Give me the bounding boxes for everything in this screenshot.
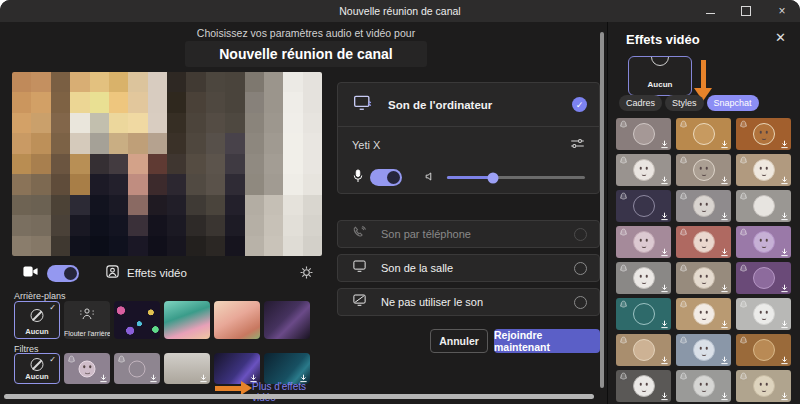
filter-tile[interactable]: [114, 353, 160, 384]
none-circle-icon: [31, 358, 44, 371]
snapchat-filter-tile[interactable]: [676, 226, 731, 258]
filters-row: ✓Aucun: [14, 353, 310, 384]
no-sound-radio[interactable]: [574, 296, 587, 309]
snapchat-filter-tile[interactable]: [616, 334, 671, 366]
camera-toggle[interactable]: [47, 265, 79, 282]
snapchat-filter-tile[interactable]: [676, 298, 731, 330]
snapchat-filter-tile[interactable]: [736, 226, 791, 258]
gear-icon[interactable]: [299, 265, 314, 284]
computer-audio-card[interactable]: Son de l'ordinateur ✓ Yeti X: [337, 82, 600, 194]
volume-slider-handle[interactable]: [487, 172, 498, 183]
selected-check-icon: ✓: [49, 355, 56, 364]
filter-tile[interactable]: [264, 353, 310, 384]
snapchat-filter-tile[interactable]: [736, 370, 791, 402]
video-effects-panel: Effets vidéo ✕ Aucun CadresStylesSnapcha…: [607, 22, 800, 404]
snapchat-filter-tile[interactable]: [676, 190, 731, 222]
room-sound-label: Son de la salle: [381, 262, 453, 274]
no-audio-card[interactable]: Ne pas utiliser le son: [337, 288, 600, 316]
device-settings-icon[interactable]: [570, 136, 585, 154]
blur-person-icon: [79, 306, 95, 324]
none-option-tile[interactable]: ✓Aucun: [14, 301, 60, 339]
effects-tabs: CadresStylesSnapchat: [619, 95, 759, 111]
snapchat-filter-tile[interactable]: [616, 262, 671, 294]
room-sound-icon: [352, 259, 367, 277]
background-image-tile[interactable]: [114, 301, 160, 339]
snapchat-effects-grid: [616, 118, 794, 402]
effects-none-tile[interactable]: Aucun: [628, 56, 692, 96]
snapchat-filter-tile[interactable]: [676, 334, 731, 366]
video-effects-icon: [105, 264, 120, 283]
snapchat-filter-tile[interactable]: [736, 118, 791, 150]
video-preview: [12, 72, 322, 256]
snapchat-filter-tile[interactable]: [736, 334, 791, 366]
snapchat-filter-tile[interactable]: [736, 262, 791, 294]
window-controls: ×: [704, 0, 788, 22]
more-video-effects-link[interactable]: Plus d'effets vidéo: [252, 381, 312, 403]
minimize-icon[interactable]: [704, 5, 716, 17]
snapchat-filter-tile[interactable]: [676, 262, 731, 294]
filter-tile[interactable]: [64, 353, 110, 384]
computer-sound-label: Son de l'ordinateur: [388, 99, 492, 111]
filter-tile[interactable]: [214, 353, 260, 384]
room-sound-radio[interactable]: [574, 262, 587, 275]
video-effects-label: Effets vidéo: [127, 267, 187, 279]
snapchat-filter-tile[interactable]: [736, 154, 791, 186]
close-panel-icon[interactable]: ✕: [775, 30, 786, 45]
backgrounds-section-label: Arrière-plans: [14, 291, 66, 301]
snapchat-filter-tile[interactable]: [616, 154, 671, 186]
teams-prejoin-window: Nouvelle réunion de canal × Choisissez v…: [0, 0, 800, 404]
effects-tab-cadres[interactable]: Cadres: [619, 95, 662, 111]
join-now-button[interactable]: Rejoindre maintenant: [494, 329, 600, 353]
annotation-arrow-right-icon: [215, 386, 241, 391]
phone-sound-label: Son par téléphone: [381, 228, 471, 240]
filter-tile[interactable]: [164, 353, 210, 384]
snapchat-filter-tile[interactable]: [616, 226, 671, 258]
window-title: Nouvelle réunion de canal: [339, 5, 460, 17]
effects-tab-styles[interactable]: Styles: [665, 95, 704, 111]
background-image-tile[interactable]: [214, 301, 260, 339]
selected-check-icon: ✓: [49, 303, 56, 312]
prejoin-title: Nouvelle réunion de canal: [0, 41, 612, 67]
phone-audio-card: Son par téléphone: [337, 220, 600, 248]
annotation-arrow-down-icon: [701, 60, 706, 88]
phone-sound-radio: [574, 228, 587, 241]
none-circle-icon: [651, 56, 669, 66]
no-sound-label: Ne pas utiliser le son: [381, 296, 483, 308]
snapchat-filter-tile[interactable]: [676, 370, 731, 402]
none-circle-icon: [31, 309, 44, 322]
camera-icon: [22, 263, 39, 284]
room-audio-card[interactable]: Son de la salle: [337, 254, 600, 282]
audio-device-name: Yeti X: [352, 139, 380, 151]
horizontal-scrollbar[interactable]: [4, 394, 594, 399]
microphone-toggle[interactable]: [370, 169, 402, 186]
titlebar: Nouvelle réunion de canal ×: [0, 0, 800, 22]
snapchat-filter-tile[interactable]: [676, 154, 731, 186]
snapchat-filter-tile[interactable]: [736, 298, 791, 330]
prejoin-subtitle: Choisissez vos paramètres audio et vidéo…: [0, 27, 612, 39]
cancel-button[interactable]: Annuler: [430, 329, 488, 353]
main-region: Choisissez vos paramètres audio et vidéo…: [0, 22, 607, 404]
snapchat-filter-tile[interactable]: [676, 118, 731, 150]
snapchat-filter-tile[interactable]: [616, 118, 671, 150]
computer-sound-selected-icon[interactable]: ✓: [572, 97, 587, 112]
no-sound-icon: [352, 293, 367, 311]
maximize-icon[interactable]: [740, 5, 752, 17]
computer-sound-icon: [352, 93, 374, 117]
snapchat-filter-tile[interactable]: [616, 190, 671, 222]
vertical-scrollbar[interactable]: [600, 32, 604, 388]
blur-background-tile[interactable]: Flouter l'arrière-: [64, 301, 110, 339]
camera-controls-row: Effets vidéo: [12, 258, 322, 288]
speaker-icon: [424, 169, 437, 187]
none-option-tile[interactable]: ✓Aucun: [14, 353, 60, 384]
effects-panel-title: Effets vidéo: [626, 32, 700, 47]
phone-sound-icon: [352, 225, 367, 244]
backgrounds-row: ✓AucunFlouter l'arrière-: [14, 301, 310, 339]
close-window-icon[interactable]: ×: [776, 5, 788, 17]
background-image-tile[interactable]: [164, 301, 210, 339]
snapchat-filter-tile[interactable]: [616, 298, 671, 330]
snapchat-filter-tile[interactable]: [736, 190, 791, 222]
volume-slider[interactable]: [447, 176, 585, 179]
snapchat-filter-tile[interactable]: [616, 370, 671, 402]
effects-tab-snapchat[interactable]: Snapchat: [707, 95, 759, 111]
background-image-tile[interactable]: [264, 301, 310, 339]
